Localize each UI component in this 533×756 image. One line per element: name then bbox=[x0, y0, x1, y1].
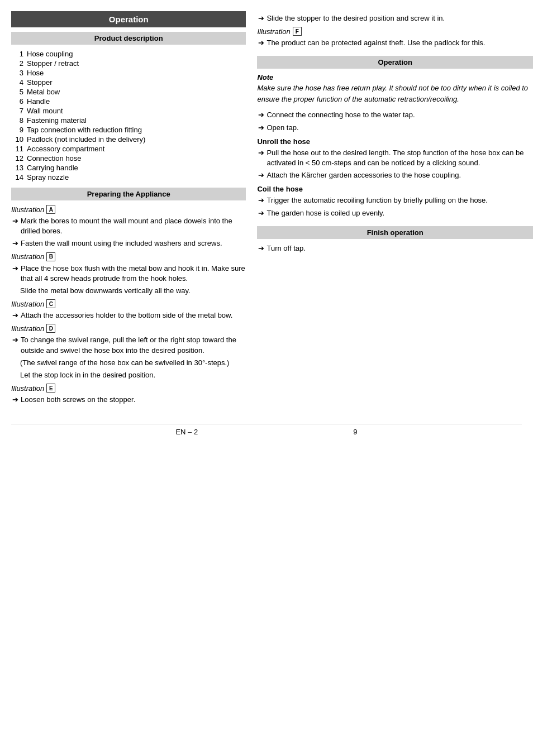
product-list: 1Hose coupling2Stopper / retract3Hose4St… bbox=[11, 49, 246, 182]
step-slide-text: Slide the stopper to the desired positio… bbox=[266, 13, 533, 23]
item-num: 7 bbox=[13, 107, 23, 115]
note-label: Note bbox=[257, 73, 533, 82]
sub-d2: Let the stop lock in in the desired posi… bbox=[11, 370, 246, 380]
step-finish1: ➔ Turn off tap. bbox=[257, 243, 533, 253]
left-column: Operation Product description 1Hose coup… bbox=[11, 11, 246, 407]
step-connect2-text: Open tap. bbox=[266, 123, 533, 133]
illus-a-label: Illustration A bbox=[11, 205, 246, 214]
step-unroll1: ➔ Pull the hose out to the desired lengt… bbox=[257, 148, 533, 168]
step-coil2-text: The garden hose is coiled up evenly. bbox=[266, 208, 533, 218]
illus-d-icon: D bbox=[46, 324, 55, 333]
main-title: Operation bbox=[11, 11, 246, 27]
illus-c-text: Illustration bbox=[11, 300, 44, 308]
arrow-icon-c1: ➔ bbox=[12, 311, 18, 320]
finish-header: Finish operation bbox=[257, 226, 533, 239]
arrow-icon-coil2: ➔ bbox=[258, 209, 264, 218]
item-text: Stopper bbox=[27, 78, 53, 87]
illus-c-icon: C bbox=[46, 299, 55, 308]
arrow-icon-finish1: ➔ bbox=[258, 244, 264, 253]
illus-d-label: Illustration D bbox=[11, 324, 246, 333]
arrow-icon-e1: ➔ bbox=[12, 395, 18, 405]
item-text: Hose coupling bbox=[27, 50, 73, 58]
item-num: 4 bbox=[13, 78, 23, 87]
illus-b-text: Illustration bbox=[11, 252, 44, 261]
product-description-header: Product description bbox=[11, 32, 246, 45]
step-e1-text: Loosen both screws on the stopper. bbox=[21, 395, 246, 405]
arrow-icon-coil1: ➔ bbox=[258, 196, 264, 205]
item-text: Tap connection with reduction fitting bbox=[27, 126, 142, 134]
illus-b-icon: B bbox=[46, 252, 55, 261]
step-connect1-text: Connect the connecting hose to the water… bbox=[266, 110, 533, 120]
step-finish1-text: Turn off tap. bbox=[266, 243, 533, 253]
preparing-header: Preparing the Appliance bbox=[11, 188, 246, 200]
step-connect2: ➔ Open tap. bbox=[257, 123, 533, 133]
step-c1-text: Attach the accessories holder to the bot… bbox=[21, 310, 246, 320]
product-list-item: 3Hose bbox=[13, 68, 244, 78]
illus-f-label: Illustration F bbox=[257, 27, 533, 36]
arrow-icon-b1: ➔ bbox=[12, 264, 18, 284]
arrow-icon-slide: ➔ bbox=[258, 14, 264, 23]
item-num: 1 bbox=[13, 50, 23, 58]
item-text: Accessory compartment bbox=[27, 145, 104, 153]
product-list-item: 7Wall mount bbox=[13, 106, 244, 116]
product-list-item: 8Fastening material bbox=[13, 116, 244, 125]
unroll-label: Unroll the hose bbox=[257, 137, 533, 146]
page-container: Operation Product description 1Hose coup… bbox=[11, 11, 522, 407]
arrow-icon-a2: ➔ bbox=[12, 239, 18, 248]
operation-header: Operation bbox=[257, 56, 533, 69]
arrow-icon-connect2: ➔ bbox=[258, 123, 264, 133]
item-num: 12 bbox=[13, 154, 23, 162]
arrow-icon-f1: ➔ bbox=[258, 39, 264, 48]
step-slide: ➔ Slide the stopper to the desired posit… bbox=[257, 13, 533, 23]
step-connect1: ➔ Connect the connecting hose to the wat… bbox=[257, 110, 533, 120]
item-num: 6 bbox=[13, 97, 23, 106]
product-list-item: 9Tap connection with reduction fitting bbox=[13, 125, 244, 135]
product-list-item: 13Carrying handle bbox=[13, 163, 244, 173]
product-list-item: 14Spray nozzle bbox=[13, 173, 244, 182]
product-list-item: 11Accessory compartment bbox=[13, 144, 244, 154]
item-num: 10 bbox=[13, 135, 23, 143]
step-a1: ➔ Mark the bores to mount the wall mount… bbox=[11, 216, 246, 236]
product-list-item: 5Metal bow bbox=[13, 87, 244, 97]
item-text: Wall mount bbox=[27, 107, 63, 115]
product-list-item: 4Stopper bbox=[13, 78, 244, 87]
illus-a-icon: A bbox=[46, 205, 55, 214]
step-e1: ➔ Loosen both screws on the stopper. bbox=[11, 395, 246, 405]
step-d1-text: To change the swivel range, pull the lef… bbox=[21, 335, 246, 355]
item-text: Stopper / retract bbox=[27, 59, 79, 68]
note-text: Make sure the hose has free return play.… bbox=[257, 83, 533, 104]
item-text: Spray nozzle bbox=[27, 173, 69, 181]
coil-label: Coil the hose bbox=[257, 185, 533, 193]
item-num: 3 bbox=[13, 69, 23, 77]
arrow-icon-d1: ➔ bbox=[12, 336, 18, 355]
item-text: Metal bow bbox=[27, 88, 60, 96]
item-text: Handle bbox=[27, 97, 50, 106]
step-b1: ➔ Place the hose box flush with the meta… bbox=[11, 264, 246, 284]
item-num: 9 bbox=[13, 126, 23, 134]
arrow-icon-unroll2: ➔ bbox=[258, 171, 264, 180]
item-text: Hose bbox=[27, 69, 44, 77]
page-footer: EN – 2 9 bbox=[11, 424, 522, 436]
illus-b-label: Illustration B bbox=[11, 252, 246, 261]
sub-d1: (The swivel range of the hose box can be… bbox=[11, 358, 246, 368]
illus-a-text: Illustration bbox=[11, 205, 44, 214]
illus-e-text: Illustration bbox=[11, 384, 44, 393]
item-text: Carrying handle bbox=[27, 164, 78, 172]
item-num: 13 bbox=[13, 164, 23, 172]
illus-e-icon: E bbox=[46, 384, 55, 393]
product-list-item: 12Connection hose bbox=[13, 154, 244, 163]
item-num: 11 bbox=[13, 145, 23, 153]
product-list-item: 1Hose coupling bbox=[13, 49, 244, 59]
footer-text: EN – 2 bbox=[175, 428, 198, 436]
step-unroll2-text: Attach the Kärcher garden accessories to… bbox=[266, 170, 533, 180]
step-a2-text: Fasten the wall mount using the included… bbox=[21, 238, 246, 248]
item-num: 5 bbox=[13, 88, 23, 96]
step-coil2: ➔ The garden hose is coiled up evenly. bbox=[257, 208, 533, 218]
step-unroll2: ➔ Attach the Kärcher garden accessories … bbox=[257, 170, 533, 180]
page-number: 9 bbox=[353, 428, 357, 436]
step-f1: ➔ The product can be protected against t… bbox=[257, 38, 533, 48]
product-list-item: 10Padlock (not included in the delivery) bbox=[13, 135, 244, 144]
illus-c-label: Illustration C bbox=[11, 299, 246, 308]
illus-e-label: Illustration E bbox=[11, 384, 246, 393]
arrow-icon-unroll1: ➔ bbox=[258, 149, 264, 168]
